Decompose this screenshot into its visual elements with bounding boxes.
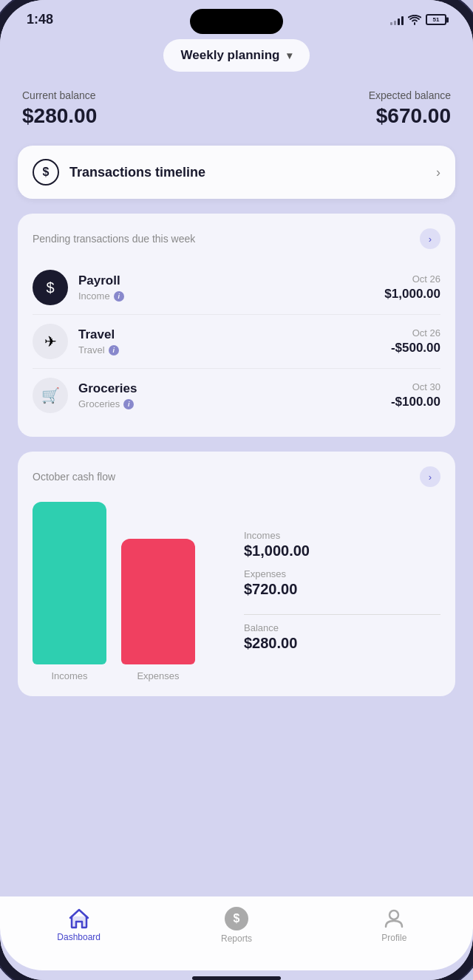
transaction-item-groceries[interactable]: 🛒 Groceries Groceries i Oct 30 -$100.00 bbox=[33, 369, 440, 422]
transaction-name: Payroll bbox=[78, 273, 124, 288]
transaction-info: Groceries Groceries i bbox=[78, 381, 137, 409]
bottom-nav: Dashboard $ Reports Profile bbox=[0, 896, 473, 970]
transaction-info: Payroll Income i bbox=[78, 273, 124, 302]
expense-bar-group: Expenses bbox=[121, 539, 195, 681]
legend-balance-label: Balance bbox=[244, 622, 440, 633]
transaction-amount: -$500.00 bbox=[391, 341, 440, 355]
nav-label-reports: Reports bbox=[221, 933, 252, 944]
transaction-item-travel[interactable]: ✈ Travel Travel i Oct 26 -$500.00 bbox=[33, 315, 440, 369]
legend-balance: Balance $280.00 bbox=[244, 622, 440, 652]
main-content: Weekly planning ▾ Current balance $280.0… bbox=[0, 33, 473, 896]
house-icon bbox=[68, 908, 90, 929]
expected-balance-label: Expected balance bbox=[369, 89, 451, 101]
current-balance-item: Current balance $280.00 bbox=[22, 89, 97, 128]
transaction-category: Groceries bbox=[78, 398, 120, 409]
incomes-bar bbox=[33, 502, 106, 664]
nav-item-dashboard[interactable]: Dashboard bbox=[50, 908, 109, 942]
status-bar: 1:48 51 bbox=[0, 0, 473, 33]
transaction-left: ✈ Travel Travel i bbox=[33, 324, 119, 359]
transaction-amount: $1,000.00 bbox=[384, 287, 440, 302]
dollar-circle-icon: $ bbox=[33, 159, 59, 186]
cashflow-title: October cash flow bbox=[33, 471, 115, 483]
timeline-chevron-right-icon: › bbox=[436, 165, 440, 180]
cashflow-legend: Incomes $1,000.00 Expenses $720.00 Balan… bbox=[229, 530, 440, 681]
legend-divider bbox=[244, 614, 440, 615]
transaction-amount: -$100.00 bbox=[391, 395, 440, 409]
transaction-name: Groceries bbox=[78, 381, 137, 396]
pending-title: Pending transactions due this week bbox=[33, 233, 195, 245]
legend-incomes-label: Incomes bbox=[244, 530, 440, 541]
transaction-name: Travel bbox=[78, 327, 119, 342]
planning-selector-button[interactable]: Weekly planning ▾ bbox=[163, 39, 310, 72]
travel-icon: ✈ bbox=[33, 324, 68, 359]
transaction-left: $ Payroll Income i bbox=[33, 270, 124, 305]
svg-point-0 bbox=[389, 911, 398, 919]
pending-transactions-card: Pending transactions due this week › $ P… bbox=[18, 214, 455, 437]
dynamic-island bbox=[190, 9, 283, 34]
status-icons: 51 bbox=[390, 14, 446, 25]
nav-label-profile: Profile bbox=[381, 933, 406, 943]
planning-selector: Weekly planning ▾ bbox=[18, 39, 455, 72]
chevron-down-icon: ▾ bbox=[287, 50, 292, 61]
expected-balance-item: Expected balance $670.00 bbox=[369, 89, 451, 128]
status-time: 1:48 bbox=[27, 12, 53, 27]
transaction-date: Oct 26 bbox=[391, 327, 440, 338]
transaction-item-payroll[interactable]: $ Payroll Income i Oct 26 $1,000.00 bbox=[33, 261, 440, 315]
info-icon: i bbox=[123, 399, 134, 409]
transaction-category: Income bbox=[78, 290, 110, 302]
info-icon: i bbox=[109, 345, 119, 355]
phone-screen: 1:48 51 bbox=[0, 0, 473, 980]
transaction-right: Oct 26 -$500.00 bbox=[391, 327, 440, 355]
cashflow-body: Incomes Expenses Incomes $1,000.00 bbox=[33, 502, 440, 681]
phone-frame: 1:48 51 bbox=[0, 0, 473, 980]
nav-label-dashboard: Dashboard bbox=[57, 932, 101, 942]
legend-incomes: Incomes $1,000.00 bbox=[244, 530, 440, 559]
expenses-bar bbox=[121, 539, 195, 664]
legend-expenses-label: Expenses bbox=[244, 568, 440, 579]
legend-incomes-value: $1,000.00 bbox=[244, 542, 440, 559]
current-balance-amount: $280.00 bbox=[22, 104, 97, 128]
planning-selector-label: Weekly planning bbox=[181, 48, 280, 63]
timeline-left: $ Transactions timeline bbox=[33, 159, 205, 186]
groceries-icon: 🛒 bbox=[33, 378, 68, 413]
pending-header: Pending transactions due this week › bbox=[33, 228, 440, 249]
payroll-icon: $ bbox=[33, 270, 68, 305]
pending-chevron-icon[interactable]: › bbox=[420, 228, 440, 249]
cashflow-header: October cash flow › bbox=[33, 466, 440, 487]
legend-balance-value: $280.00 bbox=[244, 635, 440, 652]
transaction-sub: Travel i bbox=[78, 344, 119, 355]
reports-icon: $ bbox=[225, 907, 248, 930]
nav-item-reports[interactable]: $ Reports bbox=[207, 907, 266, 944]
signal-icon bbox=[390, 15, 404, 25]
income-bar-group: Incomes bbox=[33, 502, 106, 681]
timeline-title: Transactions timeline bbox=[69, 165, 205, 180]
profile-icon bbox=[383, 908, 405, 930]
transaction-sub: Income i bbox=[78, 290, 124, 302]
transaction-right: Oct 26 $1,000.00 bbox=[384, 273, 440, 302]
battery-icon: 51 bbox=[426, 14, 446, 25]
wifi-icon bbox=[408, 15, 421, 25]
chart-area: Incomes Expenses bbox=[33, 502, 229, 681]
transaction-right: Oct 30 -$100.00 bbox=[391, 381, 440, 409]
incomes-bar-label: Incomes bbox=[51, 670, 87, 681]
nav-item-profile[interactable]: Profile bbox=[364, 908, 423, 943]
cashflow-card: October cash flow › Incomes Expenses bbox=[18, 452, 455, 696]
cashflow-chevron-icon[interactable]: › bbox=[420, 466, 440, 487]
expenses-bar-label: Expenses bbox=[137, 670, 179, 681]
transaction-info: Travel Travel i bbox=[78, 327, 119, 355]
transaction-date: Oct 26 bbox=[384, 273, 440, 285]
transaction-sub: Groceries i bbox=[78, 398, 137, 409]
transactions-timeline-card[interactable]: $ Transactions timeline › bbox=[18, 146, 455, 199]
legend-expenses: Expenses $720.00 bbox=[244, 568, 440, 598]
transaction-category: Travel bbox=[78, 344, 105, 355]
transaction-date: Oct 30 bbox=[391, 381, 440, 392]
home-indicator bbox=[192, 976, 281, 980]
transaction-left: 🛒 Groceries Groceries i bbox=[33, 378, 137, 413]
info-icon: i bbox=[114, 291, 124, 302]
current-balance-label: Current balance bbox=[22, 89, 97, 101]
balance-section: Current balance $280.00 Expected balance… bbox=[18, 89, 455, 128]
legend-expenses-value: $720.00 bbox=[244, 581, 440, 598]
expected-balance-amount: $670.00 bbox=[369, 104, 451, 128]
